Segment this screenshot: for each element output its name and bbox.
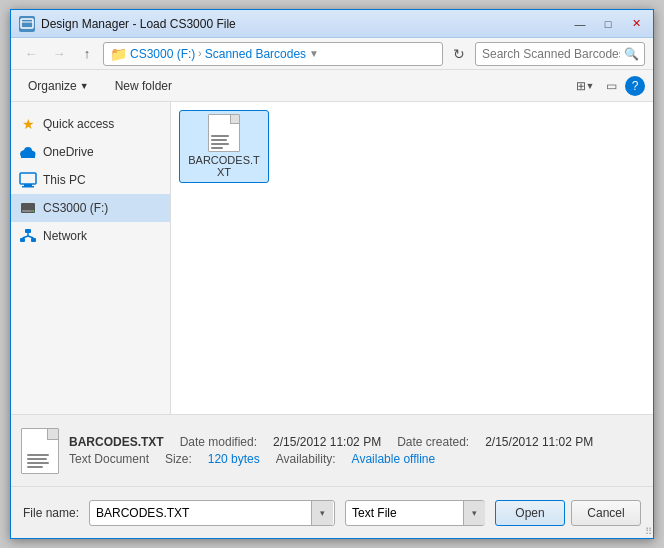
- breadcrumb-child[interactable]: Scanned Barcodes: [205, 47, 306, 61]
- availability-value: Available offline: [352, 452, 436, 466]
- filetype-select-wrapper: Text File All Files ▾: [345, 500, 485, 526]
- filename-dropdown-arrow[interactable]: ▾: [311, 501, 333, 525]
- date-created-value: 2/15/2012 11:02 PM: [485, 435, 593, 449]
- size-value: 120 bytes: [208, 452, 260, 466]
- view-icon: ⊞: [576, 79, 586, 93]
- date-modified-value: 2/15/2012 11:02 PM: [273, 435, 381, 449]
- line3: [211, 143, 229, 145]
- bottom-buttons: Open Cancel: [495, 500, 641, 526]
- bottom-bar: File name: ▾ Text File All Files ▾ Open …: [11, 486, 653, 538]
- back-button[interactable]: ←: [19, 42, 43, 66]
- svg-rect-12: [25, 229, 31, 233]
- status-row-1: BARCODES.TXT Date modified: 2/15/2012 11…: [69, 435, 643, 449]
- file-area[interactable]: BARCODES.TXT: [171, 102, 653, 414]
- svg-rect-5: [21, 154, 35, 158]
- date-created-label: Date created:: [397, 435, 469, 449]
- sidebar-label-cs3000: CS3000 (F:): [43, 201, 108, 215]
- availability-label: Availability:: [276, 452, 336, 466]
- filename-input[interactable]: [89, 500, 335, 526]
- organize-label: Organize: [28, 79, 77, 93]
- maximize-button[interactable]: □: [595, 14, 621, 34]
- network-icon: [19, 227, 37, 245]
- star-icon: ★: [19, 115, 37, 133]
- breadcrumb[interactable]: 📁 CS3000 (F:) › Scanned Barcodes ▼: [103, 42, 443, 66]
- preview-pane-button[interactable]: ▭: [599, 75, 623, 97]
- status-info: BARCODES.TXT Date modified: 2/15/2012 11…: [69, 435, 643, 466]
- up-button[interactable]: ↑: [75, 42, 99, 66]
- status-filename: BARCODES.TXT: [69, 435, 164, 449]
- breadcrumb-root[interactable]: CS3000 (F:): [130, 47, 195, 61]
- pane-icon: ▭: [606, 79, 617, 93]
- filetype-dropdown-arrow[interactable]: ▾: [463, 501, 485, 525]
- window-title: Design Manager - Load CS3000 File: [41, 17, 236, 31]
- svg-rect-13: [20, 238, 25, 242]
- status-line1: [27, 454, 49, 456]
- sidebar-item-quick-access[interactable]: ★ Quick access: [11, 110, 170, 138]
- sidebar-label-network: Network: [43, 229, 87, 243]
- line2: [211, 139, 227, 141]
- help-button[interactable]: ?: [625, 76, 645, 96]
- sidebar: ★ Quick access OneDrive: [11, 102, 171, 414]
- new-folder-label: New folder: [115, 79, 172, 93]
- status-row-2: Text Document Size: 120 bytes Availabili…: [69, 452, 643, 466]
- open-button[interactable]: Open: [495, 500, 565, 526]
- monitor-icon: [19, 171, 37, 189]
- app-icon: [19, 16, 35, 32]
- sidebar-item-onedrive[interactable]: OneDrive: [11, 138, 170, 166]
- organize-dropdown-icon: ▼: [80, 81, 89, 91]
- cloud-icon: [19, 143, 37, 161]
- svg-rect-14: [31, 238, 36, 242]
- forward-button[interactable]: →: [47, 42, 71, 66]
- title-buttons: — □ ✕: [567, 14, 649, 34]
- dialog-window: Design Manager - Load CS3000 File — □ ✕ …: [10, 9, 654, 539]
- help-icon: ?: [632, 79, 639, 93]
- nav-toolbar: ← → ↑ 📁 CS3000 (F:) › Scanned Barcodes ▼…: [11, 38, 653, 70]
- svg-line-17: [28, 236, 34, 238]
- filename-label: File name:: [23, 506, 79, 520]
- breadcrumb-separator: ›: [198, 48, 201, 59]
- sidebar-label-onedrive: OneDrive: [43, 145, 94, 159]
- view-controls: ⊞ ▼ ▭ ?: [573, 75, 645, 97]
- refresh-button[interactable]: ↻: [447, 42, 471, 66]
- status-line4: [27, 466, 43, 468]
- view-toggle-button[interactable]: ⊞ ▼: [573, 75, 597, 97]
- main-content: ★ Quick access OneDrive: [11, 102, 653, 414]
- sidebar-label-this-pc: This PC: [43, 173, 86, 187]
- organize-button[interactable]: Organize ▼: [19, 75, 98, 97]
- date-modified-label: Date modified:: [180, 435, 257, 449]
- sidebar-label-quick-access: Quick access: [43, 117, 114, 131]
- filename-wrapper: ▾: [89, 500, 335, 526]
- sidebar-item-cs3000[interactable]: CS3000 (F:): [11, 194, 170, 222]
- line1: [211, 135, 229, 137]
- file-item[interactable]: BARCODES.TXT: [179, 110, 269, 183]
- svg-point-11: [31, 210, 33, 212]
- sidebar-item-this-pc[interactable]: This PC: [11, 166, 170, 194]
- status-file-icon: [21, 428, 59, 474]
- file-name: BARCODES.TXT: [188, 154, 260, 178]
- svg-rect-0: [21, 19, 33, 28]
- txt-file-icon: [208, 114, 240, 152]
- breadcrumb-arrow: ▼: [309, 48, 319, 59]
- new-folder-button[interactable]: New folder: [106, 75, 181, 97]
- search-input[interactable]: [475, 42, 645, 66]
- status-icon-lines: [25, 452, 55, 470]
- line4: [211, 147, 223, 149]
- minimize-button[interactable]: —: [567, 14, 593, 34]
- svg-rect-8: [22, 186, 34, 188]
- svg-line-16: [23, 236, 29, 238]
- sidebar-item-network[interactable]: Network: [11, 222, 170, 250]
- svg-rect-6: [20, 173, 36, 184]
- action-bar: Organize ▼ New folder ⊞ ▼ ▭ ?: [11, 70, 653, 102]
- close-button[interactable]: ✕: [623, 14, 649, 34]
- search-container: 🔍: [475, 42, 645, 66]
- view-dropdown-icon: ▼: [586, 81, 595, 91]
- size-label: Size:: [165, 452, 192, 466]
- txt-icon-lines: [211, 135, 237, 149]
- resize-handle[interactable]: ⠿: [645, 526, 652, 537]
- cancel-button[interactable]: Cancel: [571, 500, 641, 526]
- status-bar: BARCODES.TXT Date modified: 2/15/2012 11…: [11, 414, 653, 486]
- breadcrumb-folder-icon: 📁: [110, 46, 127, 62]
- file-icon-wrapper: [206, 115, 242, 151]
- svg-point-4: [24, 147, 32, 155]
- file-type-label: Text Document: [69, 452, 149, 466]
